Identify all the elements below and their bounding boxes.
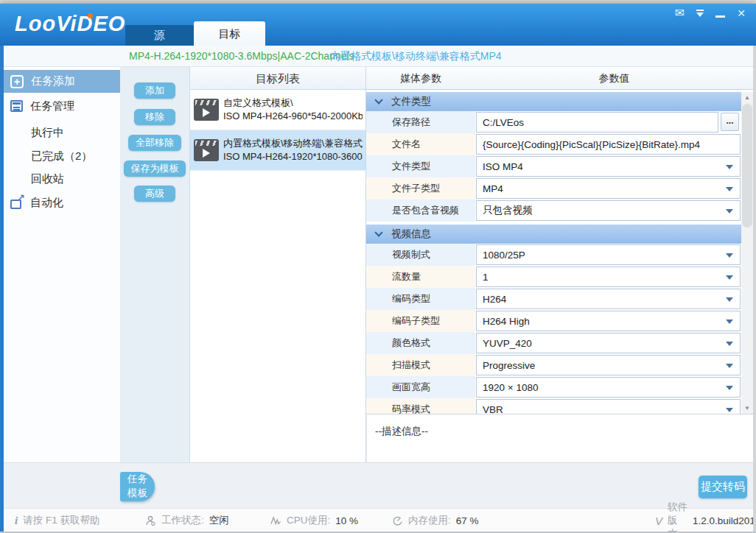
target-item-text: 自定义格式模板\ ISO MP4-H264-960*540-2000Kb...	[223, 96, 363, 122]
description-panel[interactable]: --描述信息--	[366, 414, 753, 462]
help-text: 请按 F1 获取帮助	[23, 514, 99, 527]
av-include-select[interactable]: 只包含视频	[476, 200, 741, 221]
chevron-down-icon	[726, 187, 733, 191]
sidebar-item-task-manage[interactable]: 任务管理	[4, 95, 120, 117]
chevron-down-icon	[726, 342, 733, 346]
codec-subtype-select[interactable]: H264 High	[476, 311, 741, 331]
param-value-cell: Progressive	[475, 354, 741, 376]
color-format-select[interactable]: YUVP_420	[476, 333, 741, 353]
window-controls: ✉ ✕	[675, 7, 746, 20]
stream-count-select[interactable]: 1	[476, 266, 741, 287]
dropdown-icon[interactable]	[696, 10, 704, 17]
scan-mode-select[interactable]: Progressive	[476, 355, 741, 375]
sidebar-item-label: 执行中	[31, 126, 64, 140]
target-list: 目标列表 自定义格式模板\ ISO MP4-H264-960*540-2000K…	[190, 67, 366, 462]
param-value-cell: 1080/25P	[475, 244, 741, 266]
param-value-cell: VBR	[475, 398, 741, 414]
param-row-file-name: 文件名	[366, 133, 741, 155]
bottom-bar: 任务 模板 提交转码	[4, 462, 753, 508]
add-button[interactable]: 添加	[134, 82, 175, 99]
section-label: 文件类型	[391, 95, 431, 108]
sidebar-item-recycle-bin[interactable]: 回收站	[4, 168, 120, 190]
file-type-select[interactable]: ISO MP4	[476, 156, 741, 177]
sidebar-item-automation[interactable]: ↗ 自动化	[4, 191, 120, 213]
param-value-cell: 1	[475, 266, 741, 288]
section-video-info[interactable]: 视频信息	[366, 225, 741, 244]
chevron-down-icon	[726, 364, 733, 368]
breadcrumb: MP4-H.264-1920*1080-3.6Mbps|AAC-2Channel…	[4, 46, 753, 67]
scroll-down-arrow[interactable]: ▼	[741, 403, 753, 414]
app-logo: LooViDEO	[15, 12, 125, 36]
version-icon: V	[655, 515, 662, 527]
remove-all-button[interactable]: 全部移除	[128, 135, 181, 151]
save-path-input[interactable]	[476, 112, 718, 133]
section-file-type[interactable]: 文件类型	[366, 92, 741, 111]
sidebar-item-label: 已完成（2）	[31, 149, 92, 163]
status-memory: 内存使用: 67 %	[392, 509, 479, 532]
video-standard-select[interactable]: 1080/25P	[476, 244, 741, 265]
save-as-template-button[interactable]: 保存为模板	[124, 160, 186, 177]
task-manager-icon	[10, 100, 23, 112]
chevron-down-icon	[726, 253, 733, 258]
param-label: 保存路径	[366, 111, 475, 133]
logo-accent-dot	[88, 13, 93, 18]
video-template-icon	[194, 139, 219, 161]
action-buttons-panel: 添加 移除 全部移除 保存为模板 高级	[120, 67, 190, 462]
param-value-cell: 1920 × 1080	[475, 376, 741, 398]
param-value-cell: ISO MP4	[475, 155, 741, 177]
sidebar-item-running[interactable]: 执行中	[4, 121, 120, 144]
sidebar-item-task-add[interactable]: + 任务添加	[4, 70, 120, 93]
format-info-text: MP4-H.264-1920*1080-3.6Mbps|AAC-2Channel…	[129, 50, 354, 62]
file-name-input[interactable]	[476, 134, 741, 155]
select-value: 1	[483, 272, 489, 283]
codec-type-select[interactable]: H264	[476, 289, 741, 309]
minimize-icon[interactable]	[715, 15, 725, 18]
param-row-bitrate-mode: 码率模式 VBR	[366, 398, 741, 414]
close-icon[interactable]: ✕	[737, 7, 746, 20]
target-item-line2: ISO MP4-H264-960*540-2000Kb...	[223, 110, 363, 123]
chevron-down-icon	[726, 386, 733, 390]
status-version: V 软件版本： 1.2.0.build20170609	[655, 509, 756, 532]
advanced-button[interactable]: 高级	[134, 186, 175, 202]
param-label: 文件类型	[366, 155, 475, 177]
select-value: 1920 × 1080	[483, 382, 538, 393]
tab-target[interactable]: 目标	[194, 21, 265, 46]
params-scrollbar[interactable]: ▲ ▼	[741, 92, 753, 414]
param-value-cell	[475, 133, 741, 155]
plus-glyph: +	[14, 77, 20, 87]
mail-icon[interactable]: ✉	[675, 7, 685, 20]
sidebar-item-label: 任务管理	[30, 99, 74, 113]
select-value: ISO MP4	[483, 161, 523, 172]
sidebar-item-completed[interactable]: 已完成（2）	[4, 145, 120, 167]
frame-size-select[interactable]: 1920 × 1080	[476, 377, 741, 398]
tab-source[interactable]: 源	[125, 25, 194, 46]
statusbar: i 请按 F1 获取帮助 工作状态: 空闲 CPU使用: 10 %	[4, 508, 753, 532]
target-list-item-selected[interactable]: 内置格式模板\移动终端\兼容格式... ISO MP4-H264-1920*10…	[190, 130, 365, 171]
work-state-label: 工作状态:	[161, 514, 204, 527]
param-row-codec-subtype: 编码子类型 H264 High	[366, 310, 741, 332]
scrollbar-thumb[interactable]	[742, 104, 752, 227]
remove-button[interactable]: 移除	[134, 109, 175, 125]
param-value-cell: H264	[475, 288, 741, 310]
bitrate-mode-select[interactable]: VBR	[476, 399, 741, 414]
automation-icon: ↗	[10, 200, 21, 209]
target-list-item[interactable]: 自定义格式模板\ ISO MP4-H264-960*540-2000Kb...	[190, 90, 365, 130]
memory-value: 67 %	[456, 515, 479, 526]
add-task-icon: +	[10, 75, 24, 88]
file-subtype-select[interactable]: MP4	[476, 178, 741, 199]
param-value-cell: 只包含视频	[475, 200, 741, 222]
section-label: 视频信息	[391, 227, 431, 241]
select-value: H264 High	[483, 316, 530, 327]
scroll-up-arrow[interactable]: ▲	[741, 92, 753, 103]
param-label: 流数量	[366, 266, 475, 288]
logo-text: LooViDEO	[15, 12, 125, 35]
status-work-state: 工作状态: 空闲	[145, 509, 229, 532]
person-icon	[145, 515, 156, 526]
param-row-color-format: 颜色格式 YUVP_420	[366, 332, 741, 354]
external-arrow-glyph: ↗	[17, 192, 25, 203]
param-row-av-include: 是否包含音视频 只包含视频	[366, 200, 741, 222]
submit-transcode-button[interactable]: 提交转码	[699, 476, 747, 498]
browse-button[interactable]: ...	[721, 113, 739, 131]
version-value: 1.2.0.build20170609	[693, 515, 756, 526]
task-template-button[interactable]: 任务 模板	[120, 472, 155, 501]
